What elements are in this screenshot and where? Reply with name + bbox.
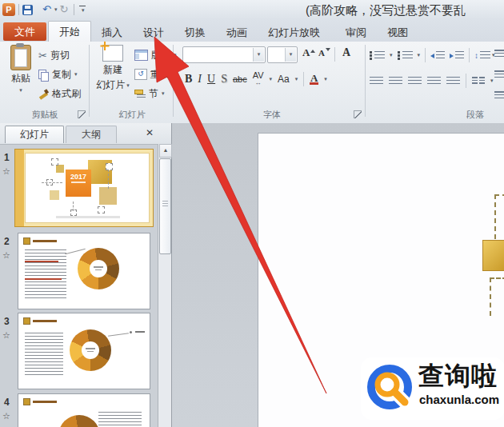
slide-shape-gold-square[interactable] — [482, 240, 504, 271]
format-painter-button[interactable]: 格式刷 — [38, 85, 81, 102]
reset-icon: ↺ — [134, 69, 147, 80]
ribbon-tab-bar: 文件 开始 插入 设计 切换 动画 幻灯片放映 审阅 视图 — [0, 19, 504, 42]
section-button[interactable]: 节 ▾ — [134, 85, 165, 102]
align-center-button[interactable] — [389, 77, 402, 86]
align-left-button[interactable] — [370, 77, 383, 86]
animation-star-icon: ☆ — [2, 330, 10, 341]
chevron-down-icon[interactable]: ▾ — [285, 48, 296, 62]
tab-home[interactable]: 开始 — [48, 21, 91, 42]
separator — [74, 4, 74, 15]
slide-number: 1 — [4, 152, 10, 163]
font-group-label: 字体 — [240, 109, 304, 120]
editing-area: 查询啦 chaxunla.com — [172, 123, 504, 427]
slide-shape-dashed-outline[interactable] — [490, 277, 504, 316]
scroll-up-icon[interactable]: ▲ — [159, 144, 172, 158]
tab-transitions[interactable]: 切换 — [174, 23, 216, 42]
bold-button[interactable]: B — [185, 73, 192, 86]
window-title: (高阶攻略，没写过悬赏不要乱 — [306, 3, 504, 18]
chaxunla-watermark: 查询啦 chaxunla.com — [361, 357, 504, 420]
animation-star-icon: ☆ — [2, 250, 10, 261]
powerpoint-window: P ↶ ▾ ↻ ▾ (高阶攻略，没写过悬赏不要乱 文件 开始 插入 设计 切换 … — [0, 0, 504, 427]
magnifier-logo-icon — [366, 363, 417, 414]
font-color-button[interactable]: A — [310, 74, 318, 85]
tab-review[interactable]: 审阅 — [335, 23, 377, 42]
text-direction-button[interactable] — [494, 45, 504, 62]
animation-star-icon: ☆ — [2, 166, 10, 177]
app-icon[interactable]: P — [2, 3, 15, 16]
new-slide-button[interactable]: 新建 幻灯片▾ — [94, 45, 131, 92]
change-case-button[interactable]: Aa — [278, 74, 290, 85]
numbering-button[interactable] — [398, 51, 413, 60]
tab-design[interactable]: 设计 — [133, 23, 174, 42]
text-shadow-button[interactable]: S — [221, 73, 227, 86]
thumbnail-year-box: 2017 — [66, 170, 91, 197]
separator — [425, 48, 426, 62]
layout-button[interactable]: 版式 ▾ — [134, 46, 177, 64]
font-dialog-launcher-icon[interactable] — [354, 110, 362, 118]
decrease-indent-button[interactable] — [430, 51, 445, 60]
undo-icon[interactable]: ↶ — [40, 3, 54, 16]
font-name-combo[interactable]: ▾ — [182, 46, 266, 63]
tab-outline-pane[interactable]: 大纲 — [66, 126, 117, 143]
close-icon[interactable]: ✕ — [146, 127, 154, 138]
italic-button[interactable]: I — [198, 73, 202, 86]
cut-icon: ✂ — [38, 50, 47, 62]
separator — [36, 4, 37, 15]
customize-quick-access-icon[interactable]: ▾ — [79, 6, 86, 14]
cut-button[interactable]: ✂ 剪切 — [38, 46, 70, 64]
reset-button[interactable]: ↺ 重设 — [134, 66, 170, 83]
increase-indent-button[interactable] — [450, 51, 464, 60]
slide-thumbnail-3[interactable] — [18, 313, 150, 389]
ribbon: 粘贴 ▾ ✂ 剪切 复制 ▾ 格式刷 剪贴板 新建 幻灯片▾ 版式 ▾ — [0, 42, 504, 124]
layout-icon — [134, 50, 148, 61]
chevron-down-icon[interactable]: ▾ — [253, 48, 264, 62]
font-size-combo[interactable]: ▾ — [267, 46, 298, 63]
clipboard-group-label: 剪贴板 — [6, 109, 83, 120]
separator — [303, 72, 304, 86]
slide-number: 4 — [4, 397, 10, 408]
align-text-button[interactable] — [494, 66, 504, 83]
redo-icon: ↻ — [57, 3, 70, 16]
paste-dropdown-icon[interactable]: ▾ — [19, 87, 22, 94]
slide-thumbnail-1[interactable]: 2017 — [14, 149, 154, 227]
slide-shape-dashed-outline[interactable] — [494, 194, 504, 239]
columns-button[interactable] — [472, 77, 485, 86]
justify-button[interactable] — [427, 77, 441, 86]
tab-slides-pane[interactable]: 幻灯片 — [5, 126, 64, 143]
distribute-button[interactable] — [446, 77, 460, 86]
shrink-font-button[interactable]: A — [317, 48, 332, 58]
slide-thumbnail-2[interactable] — [18, 233, 150, 309]
separator — [18, 4, 19, 15]
tab-file[interactable]: 文件 — [3, 22, 46, 41]
panel-header: 幻灯片 大纲 ✕ — [0, 123, 171, 145]
copy-icon — [38, 70, 49, 80]
paste-button[interactable]: 粘贴 ▾ — [5, 45, 37, 94]
animation-star-icon: ☆ — [2, 411, 10, 421]
character-spacing-button[interactable]: AV ↔ — [253, 72, 264, 86]
slide-thumbnail-4[interactable] — [18, 393, 150, 427]
align-right-button[interactable] — [408, 77, 422, 86]
clipboard-dialog-launcher-icon[interactable] — [78, 110, 86, 118]
watermark-brand-text: 查询啦 — [418, 359, 498, 394]
underline-button[interactable]: U — [207, 73, 215, 86]
slides-group-label: 幻灯片 — [94, 109, 170, 120]
tab-slideshow[interactable]: 幻灯片放映 — [258, 23, 330, 42]
paragraph-group-label: 段落 — [443, 109, 504, 120]
tab-view[interactable]: 视图 — [377, 23, 418, 42]
section-icon — [134, 90, 146, 98]
format-painter-icon — [38, 89, 49, 99]
scrollbar-thumb[interactable] — [159, 158, 171, 254]
slides-panel: 幻灯片 大纲 ✕ 1 ☆ 2017 — [0, 123, 172, 427]
strikethrough-button[interactable]: abc — [233, 74, 247, 84]
line-spacing-button[interactable]: ↕ ▾ — [474, 51, 495, 60]
tab-insert[interactable]: 插入 — [91, 23, 133, 42]
grow-font-button[interactable]: A — [301, 46, 317, 59]
tab-animations[interactable]: 动画 — [216, 23, 258, 42]
save-icon[interactable] — [22, 5, 33, 15]
smartart-convert-button[interactable] — [494, 86, 504, 104]
slide-number: 3 — [4, 316, 10, 327]
bullets-button[interactable] — [370, 51, 385, 60]
copy-button[interactable]: 复制 ▾ — [38, 66, 78, 83]
panel-scrollbar[interactable]: ▲ — [158, 144, 171, 427]
separator — [466, 74, 466, 88]
